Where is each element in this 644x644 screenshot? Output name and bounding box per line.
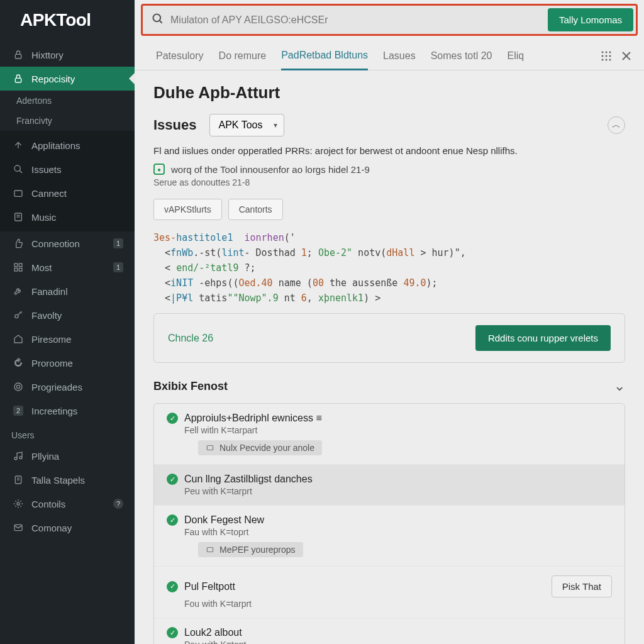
filter-chip[interactable]: Cantorts [228,199,283,220]
svg-rect-4 [14,191,22,196]
sidebar-item-label: Favolty [31,310,62,321]
tab-somes-totl-20[interactable]: Somes totl 20 [431,45,492,69]
thumb-icon [13,238,24,249]
mail-icon [13,522,24,533]
sidebar-item-label: Fanadinl [31,286,68,297]
sidebar-item-label: Piresome [31,334,71,345]
sidebar-user-item[interactable]: Pllyina [0,444,135,468]
sidebar: APKTool Hixttory Repocisity AdertonsFran… [0,0,135,644]
sidebar-item-fanadinl[interactable]: Fanadinl [0,279,135,303]
list-item[interactable]: ✓ Pul Feltpott Pisk That Fou with K=tarp… [154,567,625,618]
status-sub-text: Serue as donouttes 21-8 [153,177,625,187]
page-title: Duhe Apb-Atturt [153,83,625,103]
sidebar-item-favolty[interactable]: Favolty [0,303,135,327]
sidebar-item-cannect[interactable]: Cannect [0,181,135,205]
target-icon [13,381,24,392]
list-item-subtitle: Fou with K=tarprt [184,599,612,609]
wrench-icon [13,286,24,297]
sidebar-item-label: Increetings [31,406,77,416]
check-circle-icon: ✓ [167,514,178,526]
list-item-title: Donk Fegest New [184,514,264,526]
svg-point-16 [19,457,22,459]
svg-point-2 [14,165,20,171]
sidebar-item-progrieades[interactable]: Progrieades [0,375,135,399]
svg-rect-0 [15,54,21,58]
tab-eliq[interactable]: Eliq [507,45,524,69]
sidebar-item-label: Talla Stapels [31,475,85,486]
sidebar-user-item[interactable]: Talla Stapels [0,468,135,492]
tool-select[interactable]: APK Toos [209,114,285,136]
tag-icon [206,545,214,554]
check-circle-icon: ✓ [167,474,178,485]
tab-bar: Patesulory Do remure PadRetbad Bldtuns L… [135,38,644,70]
sidebar-item-hixttory[interactable]: Hixttory [0,43,135,67]
tab-do-remure[interactable]: Do remure [219,45,267,69]
tab-padretbad-bldtuns[interactable]: PadRetbad Bldtuns [281,45,368,70]
close-icon[interactable] [621,51,631,64]
content-area: Duhe Apb-Atturt Issues APK Toos ︿ Fl and… [135,70,644,644]
tab-patesulory[interactable]: Patesulory [156,45,204,69]
svg-rect-36 [207,548,213,552]
list-item[interactable]: ✓ Approiuls+Bedriphl ewnicess ≡ Fell wit… [154,404,625,465]
tag-icon [206,443,214,452]
sidebar-item-increetings[interactable]: 2 Increetings [0,399,135,423]
sidebar-item-repocisity[interactable]: Repocisity [0,67,135,91]
svg-rect-8 [14,264,18,267]
list-item-subtitle: Fell witln K=tarpart [184,425,612,435]
list-item-tag: Nulx Pecvide your anole [198,440,322,455]
lock-icon [13,49,24,60]
task-list: ✓ Approiuls+Bedriphl ewnicess ≡ Fell wit… [153,403,625,644]
svg-point-31 [606,59,608,61]
sidebar-item-label: Pllyina [31,451,59,462]
svg-point-15 [14,457,17,460]
check-circle-icon: ✓ [167,581,178,592]
svg-point-20 [17,502,19,505]
check-circle-icon: ✓ [167,413,178,424]
list-item-subtitle: Peu with K=tarprt [184,486,612,496]
tab-lasues[interactable]: Lasues [383,45,416,69]
search-input[interactable] [170,14,548,26]
key-icon [13,309,24,321]
app-logo: APKTool [0,4,135,43]
search-icon [13,164,24,175]
sidebar-user-item[interactable]: Comonay [0,516,135,540]
sidebar-item-piresome[interactable]: Piresome [0,327,135,351]
sidebar-item-applitations[interactable]: Applitations [0,133,135,157]
sidebar-item-label: Music [31,212,56,223]
sidebar-subitem[interactable]: Adertons [0,91,135,111]
chevron-down-icon[interactable]: ⌄ [614,378,625,394]
apps-icon[interactable] [601,51,611,64]
action-card: Chncle 26 Rddits conu rupper vrelets [153,313,625,363]
sidebar-user-item[interactable]: Contoils ? [0,492,135,516]
sidebar-item-label: Hixttory [31,50,64,60]
svg-rect-11 [19,268,22,271]
search-bar: Tally Lomomas [141,4,638,36]
sidebar-item-proroome[interactable]: Proroome [0,351,135,375]
music-icon [13,450,24,462]
filter-chip[interactable]: vAPKStlurts [153,199,222,220]
svg-rect-10 [14,268,18,271]
list-item-title: Louk2 albout [184,627,242,638]
list-item[interactable]: ✓ Cun llng Zastilbligst danches Peu with… [154,465,625,506]
scroll-up-button[interactable]: ︿ [608,116,625,134]
svg-point-29 [609,55,611,57]
home-icon [13,333,24,345]
sidebar-item-most[interactable]: Most 1 [0,255,135,279]
sidebar-item-label: Comonay [31,523,72,533]
list-item[interactable]: ✓ Donk Fegest New Fau wlth K=toprt MePEF… [154,506,625,567]
sidebar-subitem[interactable]: Francivty [0,111,135,131]
search-button[interactable]: Tally Lomomas [548,8,633,31]
sidebar-item-music[interactable]: Music [0,205,135,229]
list-action-button[interactable]: Pisk That [552,575,612,597]
count-badge: 1 [113,238,123,248]
primary-action-button[interactable]: Rddits conu rupper vrelets [475,325,611,351]
users-section-label: Users [0,423,135,444]
list-item[interactable]: ✓ Louk2 albout Pau with K=topt [154,618,625,644]
doc-icon [13,474,24,486]
search-icon [152,13,164,28]
loop-icon [13,357,24,369]
sidebar-item-issuets[interactable]: Issuets [0,157,135,181]
svg-point-28 [606,55,608,57]
sidebar-item-conneotion[interactable]: Conneotion 1 [0,231,135,255]
svg-point-32 [609,59,611,61]
